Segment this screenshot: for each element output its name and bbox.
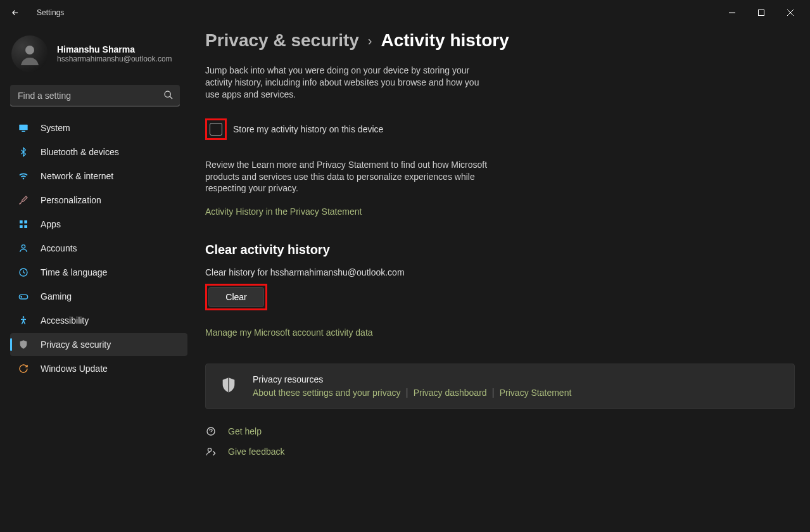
svg-point-13 bbox=[23, 316, 25, 318]
svg-rect-5 bbox=[22, 131, 25, 132]
resource-link[interactable]: About these settings and your privacy bbox=[253, 388, 400, 398]
sidebar-item-update[interactable]: Windows Update bbox=[10, 357, 187, 380]
svg-rect-4 bbox=[19, 125, 27, 130]
breadcrumb-parent[interactable]: Privacy & security bbox=[205, 30, 359, 51]
nav-list: System Bluetooth & devices Network & int… bbox=[10, 117, 187, 380]
sidebar-item-accessibility[interactable]: Accessibility bbox=[10, 309, 187, 332]
clock-icon bbox=[18, 267, 29, 278]
breadcrumb: Privacy & security › Activity history bbox=[205, 30, 795, 51]
user-name: Himanshu Sharma bbox=[57, 44, 172, 54]
svg-point-3 bbox=[165, 91, 170, 97]
main-content: Privacy & security › Activity history Ju… bbox=[190, 25, 810, 532]
bluetooth-icon bbox=[18, 146, 29, 158]
manage-account-link[interactable]: Manage my Microsoft account activity dat… bbox=[205, 327, 373, 338]
svg-rect-9 bbox=[24, 225, 27, 228]
privacy-resources-card: Privacy resources About these settings a… bbox=[205, 364, 795, 409]
user-email: hssharmahimanshu@outlook.com bbox=[57, 54, 172, 63]
maximize-button[interactable] bbox=[747, 3, 776, 23]
sidebar-item-label: Accessibility bbox=[41, 315, 89, 326]
intro-text: Jump back into what you were doing on yo… bbox=[205, 65, 484, 101]
sidebar-item-apps[interactable]: Apps bbox=[10, 213, 187, 236]
search-icon bbox=[163, 90, 174, 103]
sidebar-item-privacy[interactable]: Privacy & security bbox=[10, 333, 187, 356]
link-label: Get help bbox=[228, 426, 262, 436]
person-icon bbox=[18, 243, 29, 254]
back-button[interactable] bbox=[5, 3, 25, 23]
sidebar-item-label: Bluetooth & devices bbox=[41, 147, 119, 157]
svg-point-10 bbox=[22, 245, 25, 248]
privacy-statement-link[interactable]: Activity History in the Privacy Statemen… bbox=[205, 206, 362, 217]
svg-rect-1 bbox=[759, 10, 764, 16]
review-text: Review the Learn more and Privacy Statem… bbox=[205, 159, 490, 195]
sidebar-item-personalization[interactable]: Personalization bbox=[10, 189, 187, 212]
sidebar-item-gaming[interactable]: Gaming bbox=[10, 285, 187, 308]
accessibility-icon bbox=[18, 315, 29, 326]
close-button[interactable] bbox=[776, 3, 805, 23]
sidebar-item-system[interactable]: System bbox=[10, 117, 187, 139]
svg-rect-7 bbox=[24, 220, 27, 224]
search-input[interactable] bbox=[10, 85, 180, 106]
sidebar-item-network[interactable]: Network & internet bbox=[10, 165, 187, 187]
gamepad-icon bbox=[18, 291, 29, 302]
svg-rect-6 bbox=[20, 220, 23, 224]
clear-section-title: Clear activity history bbox=[205, 243, 795, 257]
avatar bbox=[11, 35, 48, 72]
chevron-right-icon: › bbox=[368, 34, 372, 48]
sidebar-item-label: Apps bbox=[41, 219, 61, 229]
sidebar-item-label: Time & language bbox=[41, 267, 107, 277]
checkbox-row: Store my activity history on this device bbox=[205, 118, 795, 140]
card-links: About these settings and your privacy | … bbox=[253, 387, 571, 398]
svg-point-2 bbox=[25, 46, 34, 54]
get-help-link[interactable]: Get help bbox=[205, 426, 795, 437]
display-icon bbox=[18, 122, 29, 134]
apps-icon bbox=[18, 218, 29, 230]
page-title: Activity history bbox=[381, 30, 509, 51]
feedback-icon bbox=[205, 446, 217, 457]
clear-subtext: Clear history for hssharmahimanshu@outlo… bbox=[205, 267, 795, 277]
clear-button[interactable]: Clear bbox=[208, 287, 264, 307]
resource-link[interactable]: Privacy Statement bbox=[500, 388, 572, 398]
search-container bbox=[10, 85, 187, 106]
sidebar-item-label: Privacy & security bbox=[41, 339, 111, 350]
divider: | bbox=[405, 387, 408, 398]
sidebar-item-label: Gaming bbox=[41, 291, 72, 301]
wifi-icon bbox=[18, 170, 29, 182]
shield-icon bbox=[220, 376, 237, 396]
card-title: Privacy resources bbox=[253, 374, 571, 384]
highlight-box: Clear bbox=[205, 284, 267, 310]
sidebar-item-label: Accounts bbox=[41, 243, 77, 253]
svg-rect-8 bbox=[20, 225, 23, 228]
window-title: Settings bbox=[37, 8, 64, 17]
sidebar: Himanshu Sharma hssharmahimanshu@outlook… bbox=[0, 25, 190, 532]
svg-point-15 bbox=[208, 448, 211, 452]
sidebar-item-label: System bbox=[41, 123, 70, 133]
sidebar-item-time[interactable]: Time & language bbox=[10, 261, 187, 284]
paintbrush-icon bbox=[18, 194, 29, 206]
sidebar-item-label: Personalization bbox=[41, 195, 101, 205]
resource-link[interactable]: Privacy dashboard bbox=[414, 388, 487, 398]
link-label: Give feedback bbox=[228, 446, 285, 457]
user-profile[interactable]: Himanshu Sharma hssharmahimanshu@outlook… bbox=[10, 30, 187, 77]
window-controls bbox=[718, 3, 805, 23]
sidebar-item-accounts[interactable]: Accounts bbox=[10, 237, 187, 260]
shield-icon bbox=[18, 339, 29, 350]
divider: | bbox=[492, 387, 495, 398]
highlight-box bbox=[205, 118, 227, 140]
checkbox-label: Store my activity history on this device bbox=[233, 124, 383, 134]
give-feedback-link[interactable]: Give feedback bbox=[205, 446, 795, 457]
help-icon bbox=[205, 426, 217, 437]
minimize-button[interactable] bbox=[718, 3, 747, 23]
titlebar: Settings bbox=[0, 0, 810, 25]
sidebar-item-label: Windows Update bbox=[41, 364, 108, 374]
sidebar-item-bluetooth[interactable]: Bluetooth & devices bbox=[10, 141, 187, 163]
store-history-checkbox[interactable] bbox=[210, 123, 222, 136]
update-icon bbox=[18, 363, 29, 374]
sidebar-item-label: Network & internet bbox=[41, 171, 113, 181]
